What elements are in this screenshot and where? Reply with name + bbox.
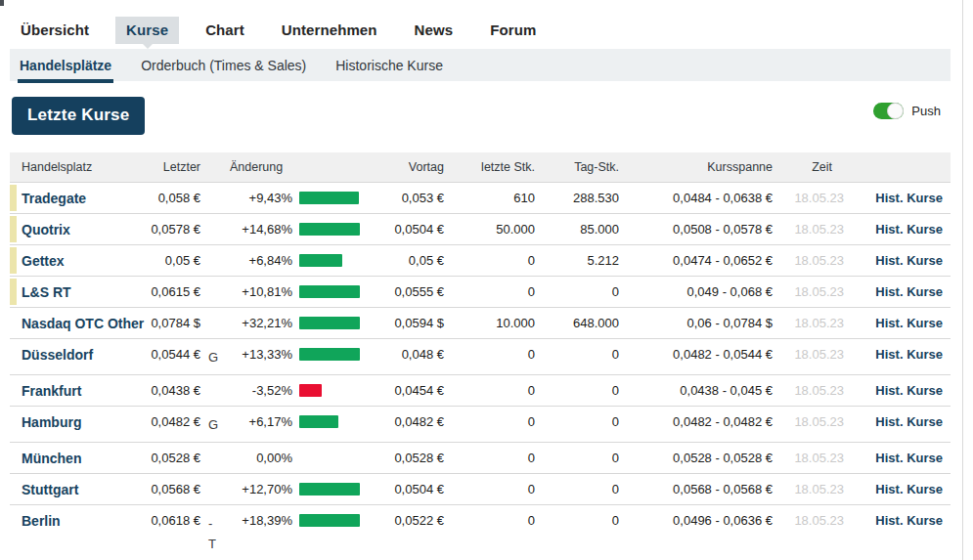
price-suffix-cell: G [200,406,226,442]
nav-item-kurse[interactable]: Kurse [115,17,179,44]
day-qty-cell: 0 [535,406,619,442]
last-qty-cell: 610 [444,182,535,213]
price-suffix: - T [208,513,221,554]
day-qty-cell: 288.530 [535,182,619,213]
prev-close-cell: 0,0454 € [365,374,444,406]
hist-cell: Hist. Kurse [844,213,951,244]
change-wrap: +13,33% [226,347,365,362]
hist-kurse-link[interactable]: Hist. Kurse [875,347,943,362]
nav-item-chart[interactable]: Chart [195,17,255,44]
venue-link[interactable]: Düsseldorf [22,347,93,363]
last-price-cell: 0,0578 € [147,213,200,244]
hist-kurse-link[interactable]: Hist. Kurse [875,316,943,330]
prev-close-cell: 0,05 € [365,244,444,276]
venue-link[interactable]: Frankfurt [22,383,81,399]
price-suffix-cell [200,213,226,244]
change-percent: +13,33% [226,347,292,362]
price-suffix: G [208,347,218,367]
hist-kurse-link[interactable]: Hist. Kurse [875,451,943,465]
hist-cell: Hist. Kurse [844,182,951,213]
nav-item-forum[interactable]: Forum [479,17,547,44]
venue-marker [10,185,17,211]
venue-marker [10,216,17,242]
change-wrap: +6,84% [226,253,365,268]
venue-link[interactable]: Hamburg [22,414,81,430]
price-suffix-cell [200,244,226,276]
change-cell: +18,39% [226,504,365,560]
hist-kurse-link[interactable]: Hist. Kurse [875,414,943,429]
last-qty-cell: 50.000 [444,213,535,244]
price-suffix-cell [200,473,226,504]
table-row: L&S RT0,0615 €+10,81%0,0555 €000,049 - 0… [10,276,951,307]
day-qty-cell: 85.000 [535,213,619,244]
venue-marker [10,279,17,305]
hist-kurse-link[interactable]: Hist. Kurse [875,513,943,528]
venue-link[interactable]: Berlin [22,513,61,529]
hist-kurse-link[interactable]: Hist. Kurse [875,222,943,237]
last-price-cell: 0,0438 € [147,374,200,406]
nav-item-news[interactable]: News [404,17,464,44]
day-qty-cell: 648.000 [535,307,619,338]
venue-link[interactable]: Tradegate [22,191,86,206]
change-wrap: +6,17% [226,414,365,429]
nav-item-unternehmen[interactable]: Unternehmen [271,17,388,44]
prev-close-cell: 0,0482 € [365,406,444,442]
venue-cell: Tradegate [10,182,147,213]
push-toggle[interactable] [873,103,904,119]
venue-cell: München [10,442,147,473]
change-bar [299,285,360,298]
nav-item--bersicht[interactable]: Übersicht [10,17,100,44]
day-qty-cell: 0 [535,473,619,504]
venue-link[interactable]: Nasdaq OTC Other [22,316,144,331]
price-suffix-cell [200,374,226,406]
subnav-item-historische-kurse[interactable]: Historische Kurse [333,49,445,81]
day-qty-cell: 0 [535,442,619,473]
hist-kurse-link[interactable]: Hist. Kurse [875,482,943,496]
venue-cell: Quotrix [10,213,147,244]
change-percent: +6,17% [226,414,292,429]
change-bar [299,254,342,267]
table-row: München0,0528 €0,00%0,0528 €000,0528 - 0… [10,442,951,473]
change-cell: +6,84% [226,244,365,276]
subnav-item-orderbuch-times-sales[interactable]: Orderbuch (Times & Sales) [139,49,308,81]
price-range-cell: 0,0474 - 0,0652 € [619,244,773,276]
time-cell: 18.05.23 [773,406,844,442]
venue-link[interactable]: L&S RT [22,284,71,300]
hist-kurse-link[interactable]: Hist. Kurse [875,284,943,299]
change-cell: -3,52% [226,374,365,406]
change-cell: +32,21% [226,307,365,338]
change-cell: +10,81% [226,276,365,307]
venue-cell: Frankfurt [10,374,147,406]
last-qty-cell: 0 [444,338,535,374]
hist-kurse-link[interactable]: Hist. Kurse [875,253,943,268]
hist-kurse-link[interactable]: Hist. Kurse [875,191,943,205]
hist-cell: Hist. Kurse [844,374,951,406]
column-header-vortag: Vortag [365,152,444,182]
last-price-cell: 0,0618 € [147,504,200,560]
day-qty-cell: 0 [535,504,619,560]
page-right-divider [962,0,963,560]
price-suffix-cell [200,442,226,473]
hist-cell: Hist. Kurse [844,504,951,560]
price-range-cell: 0,0508 - 0,0578 € [619,213,773,244]
change-wrap: +10,81% [226,284,365,299]
subnav-item-handelspl-tze[interactable]: Handelsplätze [18,49,113,81]
price-range-cell: 0,0568 - 0,0568 € [619,473,773,504]
venue-link[interactable]: Gettex [22,253,65,269]
price-range-cell: 0,06 - 0,0784 $ [619,307,773,338]
hist-kurse-link[interactable]: Hist. Kurse [875,383,943,398]
venue-cell: Berlin [10,504,147,560]
column-header-spacer [200,152,226,182]
hist-cell: Hist. Kurse [844,276,951,307]
prev-close-cell: 0,0594 $ [365,307,444,338]
venue-link[interactable]: Quotrix [22,222,70,237]
change-bar [299,415,338,428]
change-wrap: -3,52% [226,383,365,398]
change-cell: +12,70% [226,473,365,504]
venue-link[interactable]: Stuttgart [22,482,78,497]
venue-link[interactable]: München [22,451,81,466]
screenshot-corner-artifact [0,0,4,6]
change-percent: 0,00% [226,451,292,465]
main-nav: ÜbersichtKurseChartUnternehmenNewsForum [0,0,973,44]
last-qty-cell: 0 [444,244,535,276]
